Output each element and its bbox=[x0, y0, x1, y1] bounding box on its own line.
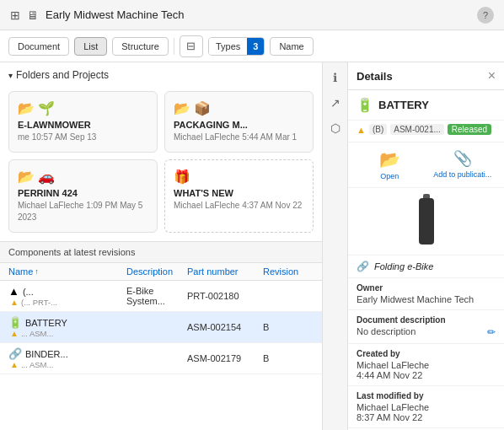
row-revision-cell: B bbox=[263, 322, 314, 332]
status-badge: Released bbox=[448, 124, 491, 135]
row-type-icon: ▲ bbox=[8, 285, 19, 298]
folder-icon: 📂 🚗 bbox=[18, 169, 148, 185]
types-badge: 3 bbox=[247, 38, 264, 55]
row-sub-line: ▲ ... ASM... bbox=[8, 329, 126, 338]
warning-icon: ▲ bbox=[10, 329, 19, 338]
warning-badge-icon: ▲ bbox=[357, 125, 366, 135]
app-container: ⊞ 🖥 Early Midwest Machine Tech ? Documen… bbox=[0, 0, 504, 430]
table-row[interactable]: 🔋 BATTERY ▲ ... ASM... ASM-002154 B bbox=[0, 312, 322, 343]
revision-badge: (B) bbox=[369, 124, 387, 135]
folder-meta: me 10:57 AM Sep 13 bbox=[18, 132, 148, 143]
right-panel: Details × 🔋 BATTERY ▲ (B) ASM-0021... Re… bbox=[348, 62, 504, 430]
close-button[interactable]: × bbox=[488, 69, 496, 83]
row-name-line: 🔋 BATTERY bbox=[8, 316, 126, 329]
folder-icon: 🎁 bbox=[174, 169, 304, 185]
folders-header: ▾ Folders and Projects bbox=[0, 62, 322, 88]
row-sub-text: (... PRT-... bbox=[21, 298, 57, 307]
col-revision-header[interactable]: Revision bbox=[263, 266, 314, 277]
open-action[interactable]: 📂 Open bbox=[357, 149, 423, 180]
last-modified-value: Michael LaFleche 8:37 AM Nov 22 bbox=[357, 402, 496, 422]
share-icon[interactable]: ↗ bbox=[330, 96, 340, 110]
structure-tab[interactable]: Structure bbox=[112, 37, 169, 56]
open-icon: 📂 bbox=[379, 149, 400, 169]
table-header: Name Description Part number Revision bbox=[0, 263, 322, 281]
row-sub-text: ... ASM... bbox=[21, 329, 54, 338]
components-header: Components at latest revisions bbox=[0, 241, 322, 263]
types-group: Types 3 bbox=[208, 37, 265, 56]
components-header-label: Components at latest revisions bbox=[8, 247, 135, 257]
owner-section: Owner Early Midwest Machine Tech bbox=[348, 278, 504, 310]
details-title: Details bbox=[357, 70, 393, 83]
detail-item-title: BATTERY bbox=[378, 99, 429, 111]
folder-card-perrinn[interactable]: 📂 🚗 PERRINN 424 Michael LaFleche 1:09 PM… bbox=[8, 159, 158, 233]
table-row[interactable]: ▲ (... ▲ (... PRT-... E-Bike System... P… bbox=[0, 281, 322, 312]
row-partnumber-cell: PRT-002180 bbox=[187, 291, 263, 301]
detail-actions: 📂 Open 📎 Add to publicati... bbox=[348, 142, 504, 188]
folder-name: PERRINN 424 bbox=[18, 188, 148, 198]
detail-item-icon: 🔋 bbox=[357, 97, 373, 113]
main-content: ▾ Folders and Projects 📂 🌱 E-LAWNMOWER m… bbox=[0, 62, 504, 430]
folders-grid: 📂 🌱 E-LAWNMOWER me 10:57 AM Sep 13 📂 📦 P… bbox=[0, 88, 322, 241]
row-sub-line: ▲ (... PRT-... bbox=[8, 298, 126, 307]
row-description-cell: E-Bike System... bbox=[126, 286, 187, 306]
app-icon: 🖥 bbox=[27, 8, 39, 22]
created-by-value-text: Michael LaFleche 4:44 AM Nov 22 bbox=[357, 360, 429, 380]
created-by-section: Created by Michael LaFleche 4:44 AM Nov … bbox=[348, 344, 504, 386]
app-title: Early Midwest Machine Tech bbox=[46, 8, 477, 21]
col-description-header[interactable]: Description bbox=[126, 266, 187, 277]
details-header: Details × bbox=[348, 62, 504, 90]
row-partnumber-cell: ASM-002179 bbox=[187, 353, 263, 363]
row-name-cell: 🔗 BINDER... ▲ ... ASM... bbox=[8, 347, 126, 369]
linked-text: Folding e-Bike bbox=[374, 261, 433, 271]
folder-icon: 📂 🌱 bbox=[18, 100, 148, 116]
help-button[interactable]: ? bbox=[477, 7, 494, 24]
edit-doc-desc-icon[interactable]: ✏ bbox=[487, 326, 496, 338]
owner-value-text: Early Midwest Machine Tech bbox=[357, 294, 474, 304]
cube-icon[interactable]: ⬡ bbox=[330, 121, 340, 135]
table-row[interactable]: 🔗 BINDER... ▲ ... ASM... ASM-002179 B bbox=[0, 343, 322, 374]
folder-name: PACKAGING M... bbox=[174, 120, 304, 130]
folder-card-packaging[interactable]: 📂 📦 PACKAGING M... Michael LaFleche 5:44… bbox=[164, 91, 314, 153]
folder-meta: Michael LaFleche 5:44 AM Mar 1 bbox=[174, 132, 304, 143]
sidebar-toggle-icon[interactable]: ⊞ bbox=[10, 8, 20, 22]
last-modified-label: Last modified by bbox=[357, 391, 496, 400]
left-panel: ▾ Folders and Projects 📂 🌱 E-LAWNMOWER m… bbox=[0, 62, 323, 430]
folder-card-whatsnew[interactable]: 🎁 WHAT'S NEW Michael LaFleche 4:37 AM No… bbox=[164, 159, 314, 233]
name-button[interactable]: Name bbox=[270, 37, 313, 56]
chevron-down-icon: ▾ bbox=[8, 71, 13, 80]
add-to-publication-action[interactable]: 📎 Add to publicati... bbox=[430, 149, 496, 180]
title-bar: ⊞ 🖥 Early Midwest Machine Tech ? bbox=[0, 0, 504, 30]
list-tab[interactable]: List bbox=[74, 37, 107, 56]
id-badge: ASM-0021... bbox=[390, 124, 444, 135]
folder-meta: Michael LaFleche 1:09 PM May 5 2023 bbox=[18, 200, 148, 223]
doc-desc-label: Document description bbox=[357, 315, 496, 325]
types-label[interactable]: Types bbox=[209, 38, 247, 55]
warning-icon: ▲ bbox=[10, 298, 19, 307]
document-tab[interactable]: Document bbox=[8, 37, 69, 56]
row-name-text: BINDER... bbox=[25, 349, 68, 359]
linked-icon: 🔗 bbox=[357, 261, 369, 272]
doc-desc-value-text: No description bbox=[357, 326, 416, 336]
warning-icon: ▲ bbox=[10, 360, 19, 369]
folder-card-elawnmower[interactable]: 📂 🌱 E-LAWNMOWER me 10:57 AM Sep 13 bbox=[8, 91, 158, 153]
add-publication-icon: 📎 bbox=[453, 149, 472, 168]
battery-preview bbox=[419, 198, 434, 245]
toolbar-divider bbox=[174, 38, 174, 55]
last-modified-section: Last modified by Michael LaFleche 8:37 A… bbox=[348, 386, 504, 428]
toolbar: Document List Structure ⊟ Types 3 Name bbox=[0, 30, 504, 62]
filter-button[interactable]: ⊟ bbox=[180, 35, 203, 57]
row-sub-text: ... ASM... bbox=[21, 360, 54, 369]
doc-desc-value: No description ✏ bbox=[357, 326, 496, 338]
info-icon[interactable]: ℹ bbox=[333, 71, 337, 84]
created-by-value: Michael LaFleche 4:44 AM Nov 22 bbox=[357, 360, 496, 380]
col-name-header[interactable]: Name bbox=[8, 266, 126, 277]
col-partnumber-header[interactable]: Part number bbox=[187, 266, 263, 277]
row-name-line: ▲ (... bbox=[8, 285, 126, 298]
detail-linked-item: 🔗 Folding e-Bike bbox=[348, 255, 504, 278]
open-label: Open bbox=[380, 172, 399, 180]
detail-badges: ▲ (B) ASM-0021... Released bbox=[348, 121, 504, 142]
detail-item-name: 🔋 BATTERY bbox=[348, 90, 504, 121]
row-type-icon: 🔗 bbox=[8, 347, 22, 360]
row-name-text: BATTERY bbox=[25, 318, 67, 328]
created-by-label: Created by bbox=[357, 349, 496, 358]
